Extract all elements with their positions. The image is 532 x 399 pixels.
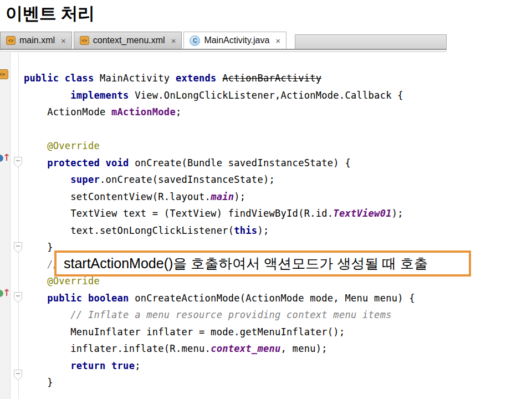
code-line: // Inflate a menu resource providing con…: [24, 306, 415, 324]
callout-box: startActionMode()을 호출하여서 액션모드가 생성될 때 호출: [54, 250, 471, 277]
tab-bar-underline: [0, 49, 447, 50]
code-line: setContentView(R.layout.main);: [24, 188, 415, 206]
code-line: super.onCreate(savedInstanceState);: [24, 171, 415, 188]
close-icon[interactable]: ×: [171, 36, 176, 45]
xml-file-icon: <>: [6, 36, 16, 45]
code-line: public boolean onCreateActionMode(Action…: [24, 290, 415, 307]
code-line: ActionMode mActionMode;: [24, 104, 415, 121]
tab-label: main.xml: [19, 35, 55, 45]
page-title: 이벤트 처리: [6, 2, 95, 25]
tab-bar-underline-light: [0, 51, 447, 52]
callout-text: startActionMode()을 호출하여서 액션모드가 생성될 때 호출: [64, 254, 428, 273]
code-line: MenuInflater inflater = mode.getMenuInfl…: [24, 324, 415, 341]
close-icon[interactable]: ×: [275, 36, 280, 45]
code-line: @Override: [24, 137, 415, 155]
tab-main.xml[interactable]: <>main.xml×: [0, 32, 72, 49]
xml-file-icon: <>: [80, 36, 89, 45]
tab-label: MainActivity.java: [204, 35, 269, 45]
code-line: TextView text = (TextView) findViewById(…: [24, 205, 415, 222]
java-class-icon: C: [190, 35, 200, 46]
editor[interactable]: <>↑↑ public class MainActivity extends A…: [0, 53, 532, 399]
code-area[interactable]: public class MainActivity extends Action…: [0, 53, 415, 391]
code-line: protected void onCreate(Bundle savedInst…: [24, 155, 415, 172]
tab-MainActivity.java[interactable]: CMainActivity.java×: [183, 32, 287, 49]
tab-bar: <>main.xml×<>context_menu.xml×CMainActiv…: [0, 32, 447, 49]
code-line: }: [24, 374, 415, 391]
code-line: return true;: [24, 357, 415, 375]
code-line: public class MainActivity extends Action…: [24, 70, 415, 87]
code-line: [24, 121, 415, 138]
tab-context_menu.xml[interactable]: <>context_menu.xml×: [74, 32, 182, 49]
tab-label: context_menu.xml: [93, 35, 165, 45]
slide: 이벤트 처리 <>main.xml×<>context_menu.xml×CMa…: [0, 0, 532, 399]
close-icon[interactable]: ×: [61, 36, 66, 45]
code-line: inflater.inflate(R.menu.context_menu, me…: [24, 340, 415, 357]
tab-strip-empty: [295, 34, 447, 49]
code-line: text.setOnLongClickListener(this);: [24, 222, 415, 239]
code-line: implements View.OnLongClickListener,Acti…: [24, 87, 415, 104]
